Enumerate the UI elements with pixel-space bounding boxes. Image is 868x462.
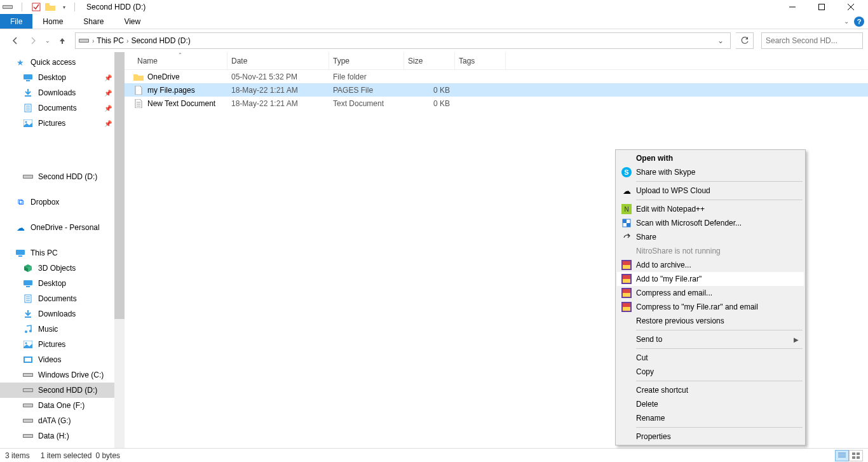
context-menu-item[interactable]: Compress and email... — [617, 286, 804, 300]
navpane-item[interactable]: Music — [0, 322, 125, 337]
icons-view-button[interactable] — [849, 450, 863, 461]
drive-icon — [23, 172, 33, 182]
column-size[interactable]: Size — [404, 52, 455, 69]
navpane-item[interactable]: Second HDD (D:) — [0, 383, 125, 398]
navpane-item-onedrive[interactable]: ☁OneDrive - Personal — [0, 220, 125, 235]
context-menu-item[interactable]: Restore previous versions — [617, 314, 804, 328]
column-type[interactable]: Type — [329, 52, 404, 69]
svg-rect-12 — [24, 74, 32, 79]
context-menu-item[interactable]: Add to archive... — [617, 258, 804, 272]
context-menu-item[interactable]: Send to▶ — [617, 332, 804, 346]
qat-dropdown-icon[interactable]: ▾ — [59, 2, 69, 12]
navpane-item[interactable]: Data One (F:) — [0, 398, 125, 413]
navpane-item[interactable]: Documents📌 — [0, 100, 125, 116]
back-button[interactable] — [8, 33, 23, 48]
svg-rect-39 — [24, 374, 32, 376]
cloud-icon: ☁ — [15, 222, 25, 233]
quick-access-header[interactable]: ★Quick access — [0, 55, 125, 70]
skype-icon: S — [621, 166, 632, 178]
context-menu-item[interactable]: ☁Upload to WPS Cloud — [617, 184, 804, 198]
search-box[interactable] — [761, 32, 863, 49]
navpane-item-dropbox[interactable]: ⧉Dropbox — [0, 194, 125, 210]
file-type: PAGES File — [329, 86, 404, 95]
help-icon[interactable]: ? — [854, 17, 864, 27]
maximize-button[interactable] — [807, 0, 836, 14]
context-menu-item[interactable]: Share — [617, 230, 804, 244]
status-item-count: 3 items — [5, 451, 30, 460]
ribbon-tabs: File Home Share View ⌄ ? — [0, 14, 868, 29]
svg-rect-45 — [24, 419, 32, 422]
context-menu-item[interactable]: Properties — [617, 430, 804, 444]
breadcrumb-segment[interactable]: Second HDD (D:) — [131, 36, 190, 45]
rar-icon — [621, 273, 632, 285]
menu-item-label: Add to "my File.rar" — [636, 275, 702, 283]
file-date: 18-May-22 1:21 AM — [227, 86, 329, 95]
properties-icon[interactable] — [31, 2, 41, 12]
context-menu-item[interactable]: Create shortcut — [617, 383, 804, 397]
search-input[interactable] — [766, 36, 861, 45]
minimize-button[interactable] — [778, 0, 807, 14]
refresh-button[interactable] — [736, 32, 754, 49]
navpane-item[interactable]: Videos — [0, 352, 125, 367]
tab-view[interactable]: View — [114, 14, 151, 29]
navpane-item[interactable]: Desktop📌 — [0, 70, 125, 85]
svg-rect-3 — [45, 3, 50, 5]
context-menu-item[interactable]: Compress to "my File.rar" and email — [617, 300, 804, 314]
svg-rect-26 — [26, 286, 30, 287]
context-menu-item[interactable]: Scan with Microsoft Defender... — [617, 216, 804, 230]
recent-dropdown-icon[interactable]: ⌄ — [43, 33, 52, 48]
column-name[interactable]: ⌃Name — [133, 52, 227, 69]
pin-icon: 📌 — [104, 74, 112, 81]
download-icon — [23, 88, 33, 98]
navpane-scrollbar[interactable] — [114, 52, 125, 448]
context-menu-item[interactable]: Delete — [617, 397, 804, 411]
details-view-button[interactable] — [835, 450, 849, 461]
drive-icon — [23, 431, 33, 441]
file-icon — [133, 85, 144, 95]
context-menu-item[interactable]: NEdit with Notepad++ — [617, 202, 804, 216]
context-menu-item[interactable]: Open with — [617, 151, 804, 165]
address-dropdown-icon[interactable]: ⌄ — [714, 36, 728, 45]
context-menu-item[interactable]: Rename — [617, 411, 804, 425]
menu-item-label: NitroShare is not running — [636, 247, 721, 255]
chevron-right-icon[interactable]: › — [126, 37, 128, 44]
navpane-item[interactable]: Pictures — [0, 337, 125, 352]
navpane-item-thispc[interactable]: This PC — [0, 245, 125, 261]
address-bar[interactable]: › This PC › Second HDD (D:) ⌄ — [75, 32, 731, 49]
file-row[interactable]: OneDrive05-Nov-21 5:32 PMFile folder — [125, 70, 868, 83]
file-row[interactable]: New Text Document18-May-22 1:21 AMText D… — [125, 97, 868, 110]
navpane-item[interactable]: dATA (G:) — [0, 413, 125, 428]
tab-home[interactable]: Home — [32, 14, 73, 29]
navpane-item[interactable]: 3D Objects — [0, 261, 125, 276]
forward-button[interactable] — [25, 33, 41, 48]
up-button[interactable] — [55, 33, 70, 48]
svg-point-32 — [25, 330, 27, 333]
navpane-item[interactable]: Downloads — [0, 306, 125, 322]
breadcrumb-segment[interactable]: This PC — [97, 36, 124, 45]
context-menu-item[interactable]: Copy — [617, 365, 804, 379]
ribbon-collapse-icon[interactable]: ⌄ — [844, 18, 849, 25]
chevron-right-icon[interactable]: › — [92, 37, 94, 44]
navpane-item[interactable]: Pictures📌 — [0, 116, 125, 131]
context-menu-item[interactable]: Cut — [617, 351, 804, 365]
context-menu-item: NitroShare is not running — [617, 244, 804, 258]
close-button[interactable] — [836, 0, 865, 14]
folder-icon — [133, 72, 144, 82]
navpane-item[interactable]: Second HDD (D:) — [0, 169, 125, 184]
navpane-item[interactable]: Data (H:) — [0, 428, 125, 444]
navpane-item[interactable]: Windows Drive (C:) — [0, 367, 125, 383]
folder-icon[interactable] — [45, 2, 55, 12]
tab-share[interactable]: Share — [73, 14, 114, 29]
navpane-item[interactable]: Downloads📌 — [0, 85, 125, 100]
context-menu-item[interactable]: SShare with Skype — [617, 165, 804, 179]
svg-rect-43 — [24, 404, 32, 407]
tab-file[interactable]: File — [0, 14, 32, 29]
context-menu-item[interactable]: Add to "my File.rar" — [617, 272, 804, 286]
column-tags[interactable]: Tags — [455, 52, 506, 69]
menu-separator — [636, 348, 803, 349]
file-row[interactable]: my File.pages18-May-22 1:21 AMPAGES File… — [125, 83, 868, 97]
navpane-item[interactable]: Desktop — [0, 276, 125, 291]
column-date[interactable]: Date — [227, 52, 329, 69]
video-icon — [23, 355, 33, 365]
navpane-item[interactable]: Documents — [0, 291, 125, 306]
